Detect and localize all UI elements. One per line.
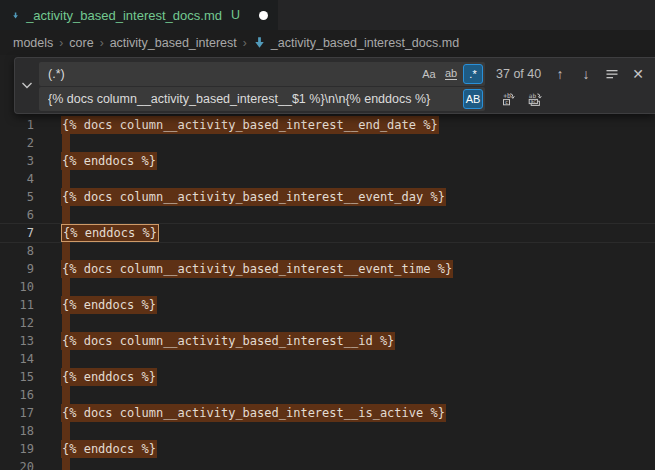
close-icon: ✕ — [632, 66, 644, 82]
code-line: 9 {% docs column__activity_based_interes… — [0, 260, 655, 278]
replace-icon: +b c — [501, 91, 517, 107]
line-number[interactable]: 3 — [0, 152, 34, 170]
replace-all-icon: ab ac — [527, 91, 543, 107]
regex-button[interactable]: .* — [463, 64, 483, 84]
line-text[interactable]: {% docs column__activity_based_interest_… — [61, 260, 453, 278]
svg-text:ab: ab — [529, 92, 537, 99]
code-line: 1 {% docs column__activity_based_interes… — [0, 116, 655, 134]
line-text[interactable]: {% enddocs %} — [61, 152, 157, 170]
line-number[interactable]: 20 — [0, 458, 34, 470]
line-text[interactable] — [62, 278, 70, 296]
replace-input[interactable] — [41, 92, 461, 106]
code-line: 13 {% docs column__activity_based_intere… — [0, 332, 655, 350]
line-text[interactable]: {% enddocs %} — [61, 440, 157, 458]
replace-input-box: AB — [39, 87, 485, 111]
breadcrumb-separator-icon: › — [94, 36, 110, 50]
toggle-replace-button[interactable] — [15, 58, 39, 113]
line-number[interactable]: 8 — [0, 242, 34, 260]
line-text[interactable]: {% enddocs %} — [61, 296, 157, 314]
code-line: 7 {% enddocs %} — [0, 224, 655, 242]
code-line: 4 — [0, 170, 655, 188]
code-line: 18 — [0, 422, 655, 440]
line-number[interactable]: 14 — [0, 350, 34, 368]
breadcrumb: models › core › activity_based_interest … — [0, 30, 655, 55]
preserve-case-button[interactable]: AB — [463, 89, 483, 109]
find-input-box: Aa ab .* — [39, 62, 485, 86]
line-text[interactable] — [62, 458, 70, 470]
editor-pane: 1 {% docs column__activity_based_interes… — [0, 55, 655, 470]
breadcrumb-item[interactable]: core › — [69, 36, 109, 50]
replace-row: AB +b c ab — [39, 87, 649, 111]
line-text[interactable]: {% docs column__activity_based_interest_… — [61, 116, 439, 134]
whole-word-button[interactable]: ab — [441, 64, 461, 84]
tab-filename: _activity_based_interest_docs.md — [26, 8, 222, 23]
tab-bar: _activity_based_interest_docs.md U — [0, 0, 655, 30]
arrow-down-icon: ↓ — [583, 66, 590, 82]
line-text[interactable]: {% docs column__activity_based_interest_… — [61, 188, 446, 206]
line-number[interactable]: 17 — [0, 404, 34, 422]
line-number[interactable]: 15 — [0, 368, 34, 386]
code-line: 19 {% enddocs %} — [0, 440, 655, 458]
close-find-button[interactable]: ✕ — [627, 63, 649, 85]
find-in-selection-button[interactable] — [601, 63, 623, 85]
code-line: 15 {% enddocs %} — [0, 368, 655, 386]
code-area: 1 {% docs column__activity_based_interes… — [0, 116, 655, 470]
line-number[interactable]: 16 — [0, 386, 34, 404]
line-text[interactable] — [62, 134, 70, 152]
line-number[interactable]: 13 — [0, 332, 34, 350]
line-text[interactable]: {% docs column__activity_based_interest_… — [61, 404, 446, 422]
next-match-button[interactable]: ↓ — [575, 63, 597, 85]
line-number[interactable]: 4 — [0, 170, 34, 188]
line-text[interactable] — [62, 170, 70, 188]
replace-all-button[interactable]: ab ac — [524, 88, 546, 110]
code-line: 12 — [0, 314, 655, 332]
code-line: 14 — [0, 350, 655, 368]
editor-tab[interactable]: _activity_based_interest_docs.md U — [0, 0, 278, 30]
breadcrumb-separator-icon: › — [53, 36, 69, 50]
previous-match-button[interactable]: ↑ — [549, 63, 571, 85]
code-line: 2 — [0, 134, 655, 152]
line-text[interactable] — [62, 206, 70, 224]
line-number[interactable]: 10 — [0, 278, 34, 296]
breadcrumb-item[interactable]: activity_based_interest › — [110, 36, 253, 50]
line-text[interactable] — [62, 422, 70, 440]
code-line: 6 — [0, 206, 655, 224]
replace-button[interactable]: +b c — [498, 88, 520, 110]
code-line: 16 — [0, 386, 655, 404]
code-line: 10 — [0, 278, 655, 296]
code-line: 20 — [0, 458, 655, 470]
line-number[interactable]: 12 — [0, 314, 34, 332]
match-count: 37 of 40 — [496, 67, 541, 81]
line-number[interactable]: 6 — [0, 206, 34, 224]
line-number[interactable]: 2 — [0, 134, 34, 152]
markdown-file-icon — [253, 36, 266, 49]
line-text[interactable]: {% enddocs %} — [61, 224, 159, 242]
line-text[interactable] — [62, 314, 70, 332]
line-text[interactable] — [62, 350, 70, 368]
line-number[interactable]: 18 — [0, 422, 34, 440]
line-text[interactable] — [62, 386, 70, 404]
line-text[interactable]: {% docs column__activity_based_interest_… — [61, 332, 395, 350]
breadcrumb-file[interactable]: _activity_based_interest_docs.md — [253, 36, 459, 50]
line-number[interactable]: 11 — [0, 296, 34, 314]
line-number[interactable]: 5 — [0, 188, 34, 206]
line-text[interactable] — [62, 242, 70, 260]
modified-indicator[interactable] — [259, 11, 268, 20]
line-number[interactable]: 19 — [0, 440, 34, 458]
svg-text:ac: ac — [530, 99, 536, 104]
line-number[interactable]: 1 — [0, 116, 34, 134]
line-number[interactable]: 9 — [0, 260, 34, 278]
find-replace-widget: Aa ab .* 37 of 40 ↑ ↓ ✕ — [14, 57, 655, 114]
markdown-file-icon — [12, 8, 19, 23]
code-line: 17 {% docs column__activity_based_intere… — [0, 404, 655, 422]
match-case-button[interactable]: Aa — [419, 64, 439, 84]
line-text[interactable]: {% enddocs %} — [61, 368, 157, 386]
line-number[interactable]: 7 — [0, 224, 34, 242]
breadcrumb-separator-icon: › — [237, 36, 253, 50]
breadcrumb-item[interactable]: models › — [13, 36, 69, 50]
svg-text:c: c — [505, 99, 508, 105]
arrow-up-icon: ↑ — [557, 66, 564, 82]
chevron-down-icon — [21, 81, 33, 90]
find-input[interactable] — [41, 67, 417, 81]
vscode-window: _activity_based_interest_docs.md U model… — [0, 0, 655, 470]
